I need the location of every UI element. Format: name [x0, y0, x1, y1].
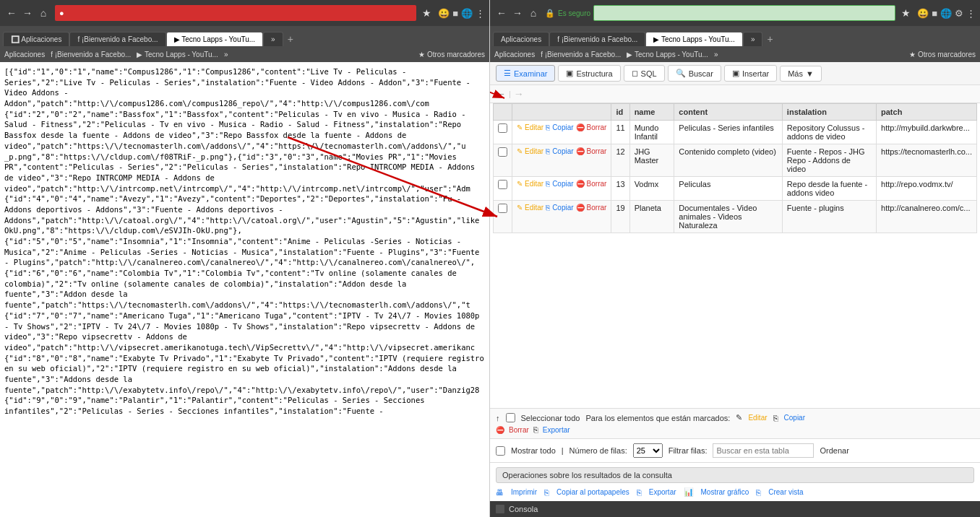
- select-all-checkbox[interactable]: [506, 413, 515, 422]
- right-home-icon[interactable]: ⌂: [526, 7, 541, 19]
- rows-count-select[interactable]: 25 50 100: [633, 443, 663, 458]
- row1-edit-link[interactable]: Editar: [525, 123, 543, 131]
- right-bm-apps[interactable]: Aplicaciones: [494, 51, 535, 58]
- row3-copy-icon: ⎘: [546, 180, 550, 188]
- right-apps-tab-text: Aplicaciones: [501, 35, 541, 43]
- pma-select-row: ↑ Seleccionar todo Para los elementos qu…: [496, 413, 974, 422]
- separator: |: [509, 90, 511, 98]
- row2-checkbox[interactable]: [498, 147, 507, 157]
- row1-checkbox[interactable]: [498, 123, 507, 133]
- home-icon[interactable]: ⌂: [36, 7, 51, 19]
- pma-examinar-button[interactable]: ☰ Examinar: [496, 65, 555, 82]
- right-address-bar[interactable]: [593, 5, 895, 21]
- row3-id: 13: [611, 177, 629, 201]
- right-extensions-icon[interactable]: ■: [932, 8, 937, 19]
- right-star-icon[interactable]: ★: [898, 7, 913, 19]
- pma-buscar-button[interactable]: 🔍 Buscar: [668, 65, 721, 82]
- row3-edit-link[interactable]: Editar: [525, 180, 543, 188]
- up-arrow-icon: ↑: [496, 414, 500, 422]
- row1-content: Peliculas - Series infantiles: [674, 121, 783, 144]
- col-instalation[interactable]: instalation: [782, 104, 876, 121]
- bulk-delete-link[interactable]: Borrar: [509, 426, 529, 434]
- bm-others[interactable]: ★ Otros marcadores: [418, 51, 485, 58]
- right-bm-facebook[interactable]: f ¡Bienvenido a Facebo...: [541, 51, 621, 58]
- filter-input[interactable]: [713, 443, 814, 458]
- print-icon: 🖶: [496, 488, 504, 497]
- row2-delete-link[interactable]: Borrar: [587, 147, 607, 155]
- bulk-edit-link[interactable]: Editar: [748, 414, 767, 422]
- row1-name: Mundo Infantil: [629, 121, 674, 144]
- left-tab-youtube[interactable]: ▶ Tecno Lapps - YouTu...: [166, 32, 264, 46]
- show-chart-link[interactable]: Mostrar gráfico: [701, 488, 749, 496]
- row3-delete-icon: ⛔: [576, 180, 585, 188]
- col-content[interactable]: content: [674, 104, 783, 121]
- row1-delete-link[interactable]: Borrar: [587, 123, 607, 131]
- right-tab-apps[interactable]: Aplicaciones: [493, 32, 549, 46]
- back-icon[interactable]: ←: [4, 7, 19, 19]
- right-emoji-icon[interactable]: 😀: [917, 8, 929, 19]
- right-bm-youtube[interactable]: ▶ Tecno Lapps - YouTu...: [627, 51, 708, 58]
- right-bm-others[interactable]: ★ Otros marcadores: [909, 51, 976, 58]
- row3-delete-link[interactable]: Borrar: [587, 180, 607, 188]
- row2-edit-link[interactable]: Editar: [525, 147, 543, 155]
- star-icon[interactable]: ★: [419, 7, 434, 19]
- row4-copy-link[interactable]: Copiar: [552, 204, 573, 212]
- pma-content: ☰ Examinar ▣ Estructura ◻ SQL 🔍 Buscar ▣: [490, 62, 980, 517]
- pma-estructura-button[interactable]: ▣ Estructura: [558, 65, 620, 82]
- right-bm-more1[interactable]: »: [714, 51, 718, 58]
- bm-facebook[interactable]: f ¡Bienvenido a Facebo...: [51, 51, 131, 58]
- col-patch[interactable]: patch: [877, 104, 977, 121]
- extensions-icon[interactable]: ■: [452, 8, 458, 19]
- col-id[interactable]: id: [611, 104, 629, 121]
- forward-icon[interactable]: →: [20, 7, 35, 19]
- translate-icon[interactable]: 🌐: [461, 8, 473, 19]
- copy-clipboard-link[interactable]: Copiar al portapapeles: [556, 488, 629, 496]
- right-tab-more[interactable]: »: [743, 32, 763, 46]
- row4-checkbox[interactable]: [498, 204, 507, 213]
- pma-insertar-button[interactable]: ▣ Insertar: [724, 65, 777, 82]
- left-tab-facebook[interactable]: f ¡Bienvenido a Facebo...: [69, 32, 166, 46]
- row4-delete-link[interactable]: Borrar: [587, 204, 607, 212]
- right-tab-youtube[interactable]: ▶ Tecno Lapps - YouTu...: [645, 32, 743, 46]
- bm-youtube[interactable]: ▶ Tecno Lapps - YouTu...: [137, 51, 218, 58]
- right-back-icon[interactable]: ←: [494, 7, 509, 19]
- left-tab-more[interactable]: »: [263, 32, 283, 46]
- create-view-link[interactable]: Crear vista: [768, 488, 803, 496]
- console-label[interactable]: Consola: [509, 505, 538, 513]
- pma-sql-button[interactable]: ◻ SQL: [624, 65, 665, 82]
- right-menu-icon[interactable]: ⋮: [966, 8, 976, 19]
- row2-copy-link[interactable]: Copiar: [552, 147, 573, 155]
- pma-forward-button[interactable]: →: [514, 88, 524, 100]
- bulk-export-link[interactable]: Exportar: [543, 426, 570, 434]
- emoji-icon[interactable]: 😀: [438, 8, 450, 19]
- right-translate-icon[interactable]: 🌐: [940, 8, 952, 19]
- new-tab-button[interactable]: +: [283, 32, 298, 46]
- row3-checkbox[interactable]: [498, 180, 507, 189]
- export2-link[interactable]: Exportar: [649, 488, 676, 496]
- bm-apps[interactable]: Aplicaciones: [4, 51, 45, 58]
- row3-actions: ✎ Editar ⎘ Copiar ⛔ Borrar: [512, 177, 611, 201]
- row4-edit-link[interactable]: Editar: [525, 204, 543, 212]
- row1-copy-link[interactable]: Copiar: [552, 123, 573, 131]
- pma-mas-button[interactable]: Más ▼: [780, 66, 822, 82]
- right-new-tab-button[interactable]: +: [762, 32, 777, 46]
- bulk-copy-link[interactable]: Copiar: [784, 414, 805, 422]
- menu-icon[interactable]: ⋮: [476, 8, 485, 19]
- show-all-checkbox[interactable]: [496, 446, 505, 456]
- row1-patch: http://mybuild.darkwbre...: [877, 121, 977, 144]
- left-address-bar[interactable]: [55, 5, 416, 21]
- pma-back-button[interactable]: ←: [496, 88, 506, 100]
- right-settings-icon[interactable]: ⚙: [955, 8, 963, 19]
- left-address-row: ★: [55, 5, 434, 21]
- ops-title: Operaciones sobre los resultados de la c…: [502, 471, 672, 479]
- bm-more1[interactable]: »: [224, 51, 228, 58]
- pma-toolbar: ← | →: [490, 85, 980, 103]
- right-tab-facebook[interactable]: f ¡Bienvenido a Facebo...: [549, 32, 645, 46]
- action-edit-icon: ✎: [736, 413, 742, 422]
- right-forward-icon[interactable]: →: [510, 7, 525, 19]
- row3-copy-link[interactable]: Copiar: [552, 180, 573, 188]
- buscar-label: Buscar: [689, 69, 713, 78]
- left-tab-apps[interactable]: 🔳 Aplicaciones: [3, 32, 69, 46]
- col-name[interactable]: name: [629, 104, 674, 121]
- print-link[interactable]: Imprimir: [511, 488, 537, 496]
